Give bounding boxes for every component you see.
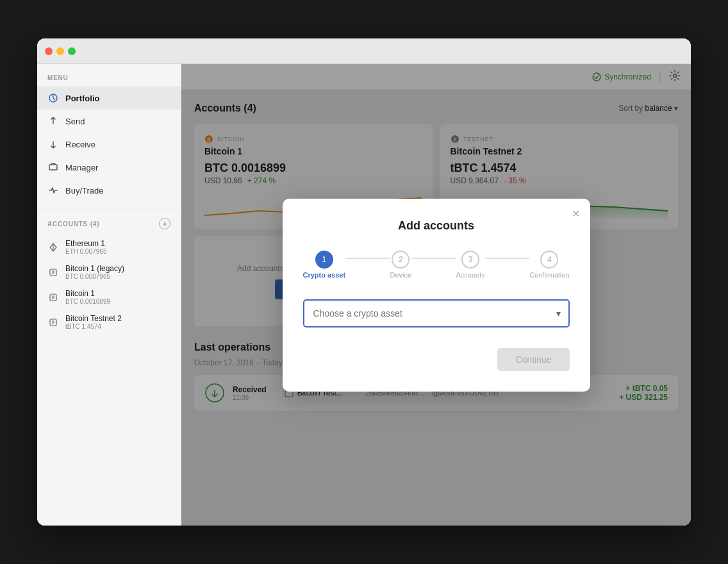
sidebar-item-send[interactable]: Send — [37, 110, 181, 133]
modal-close-button[interactable]: ✕ — [572, 208, 580, 220]
account-info-btc-legacy: Bitcoin 1 (legacy) BTC 0.0007965 — [65, 264, 124, 280]
traffic-lights — [45, 47, 76, 55]
step-number-4: 4 — [547, 255, 552, 264]
account-balance-btc1: BTC 0.0016899 — [65, 298, 110, 305]
step-line-2 — [411, 258, 456, 259]
crypto-asset-dropdown-wrapper: ▾ — [303, 299, 570, 328]
account-item-btc1[interactable]: Bitcoin 1 BTC 0.0016899 — [37, 285, 181, 310]
account-name-tbtc2: Bitcoin Testnet 2 — [65, 314, 122, 323]
close-window-button[interactable] — [45, 47, 53, 55]
btc-legacy-icon — [47, 267, 59, 278]
sidebar: MENU Portfolio Send — [37, 64, 181, 526]
svg-rect-1 — [49, 165, 57, 170]
sidebar-item-buytrade[interactable]: Buy/Trade — [37, 179, 181, 202]
window-body: MENU Portfolio Send — [37, 64, 691, 526]
modal-overlay: ✕ Add accounts 1 Crypto asset — [181, 64, 691, 526]
step-line-3 — [485, 258, 529, 259]
stepper: 1 Crypto asset 2 Device — [303, 251, 570, 279]
send-icon — [47, 115, 59, 127]
account-name-btc1: Bitcoin 1 — [65, 289, 110, 298]
account-item-tbtc2[interactable]: Bitcoin Testnet 2 tBTC 1.4574 — [37, 310, 181, 335]
eth-icon — [47, 242, 59, 253]
accounts-header: ACCOUNTS (4) + — [37, 218, 181, 235]
step-circle-1: 1 — [315, 251, 333, 269]
sidebar-buytrade-label: Buy/Trade — [65, 186, 104, 195]
account-item-btc-legacy[interactable]: Bitcoin 1 (legacy) BTC 0.0007965 — [37, 260, 181, 285]
account-balance-tbtc2: tBTC 1.4574 — [65, 323, 122, 330]
step-circle-2: 2 — [392, 251, 410, 269]
titlebar — [37, 38, 691, 64]
manager-icon — [47, 162, 59, 173]
step-circle-4: 4 — [540, 251, 558, 269]
minimize-window-button[interactable] — [56, 47, 64, 55]
sidebar-send-label: Send — [65, 117, 85, 126]
receive-icon — [47, 138, 59, 150]
continue-button[interactable]: Continue — [497, 348, 569, 371]
sidebar-item-manager[interactable]: Manager — [37, 156, 181, 179]
account-name-eth1: Ethereum 1 — [65, 239, 107, 248]
step-accounts: 3 Accounts — [456, 251, 485, 279]
step-device: 2 Device — [390, 251, 412, 279]
account-item-eth1[interactable]: Ethereum 1 ETH 0.007965 — [37, 235, 181, 260]
account-info-eth1: Ethereum 1 ETH 0.007965 — [65, 239, 107, 255]
sidebar-portfolio-label: Portfolio — [65, 94, 99, 103]
portfolio-icon — [47, 92, 59, 104]
tbtc-icon — [47, 317, 59, 328]
account-balance-eth1: ETH 0.007965 — [65, 248, 107, 255]
modal-footer: Continue — [303, 348, 570, 371]
app-window: MENU Portfolio Send — [37, 38, 691, 526]
maximize-window-button[interactable] — [68, 47, 76, 55]
sidebar-item-portfolio[interactable]: Portfolio — [37, 87, 181, 110]
crypto-asset-input[interactable] — [303, 299, 570, 328]
account-info-tbtc2: Bitcoin Testnet 2 tBTC 1.4574 — [65, 314, 122, 330]
account-balance-btc-legacy: BTC 0.0007965 — [65, 273, 124, 280]
step-label-3: Accounts — [456, 271, 485, 279]
step-label-2: Device — [390, 271, 412, 279]
accounts-label: ACCOUNTS (4) — [47, 220, 99, 228]
step-crypto-asset: 1 Crypto asset — [303, 251, 346, 279]
btc1-icon — [47, 292, 59, 303]
sidebar-item-receive[interactable]: Receive — [37, 133, 181, 156]
buytrade-icon — [47, 185, 59, 196]
step-circle-3: 3 — [461, 251, 479, 269]
account-name-btc-legacy: Bitcoin 1 (legacy) — [65, 264, 124, 273]
menu-label: MENU — [37, 74, 181, 87]
modal: ✕ Add accounts 1 Crypto asset — [283, 199, 590, 392]
sidebar-manager-label: Manager — [65, 163, 98, 172]
sidebar-divider — [37, 210, 181, 210]
sidebar-receive-label: Receive — [65, 140, 95, 149]
step-label-1: Crypto asset — [303, 271, 346, 279]
step-number-1: 1 — [322, 255, 326, 264]
step-line-1 — [345, 258, 390, 259]
account-info-btc1: Bitcoin 1 BTC 0.0016899 — [65, 289, 110, 305]
step-label-4: Confirmation — [529, 271, 569, 279]
step-number-3: 3 — [468, 255, 473, 264]
step-number-2: 2 — [399, 255, 403, 264]
modal-title: Add accounts — [303, 219, 570, 233]
step-confirmation: 4 Confirmation — [529, 251, 569, 279]
main-area: Synchronized | Accounts (4) Sort by bala… — [181, 64, 691, 526]
add-account-sidebar-button[interactable]: + — [159, 218, 170, 229]
